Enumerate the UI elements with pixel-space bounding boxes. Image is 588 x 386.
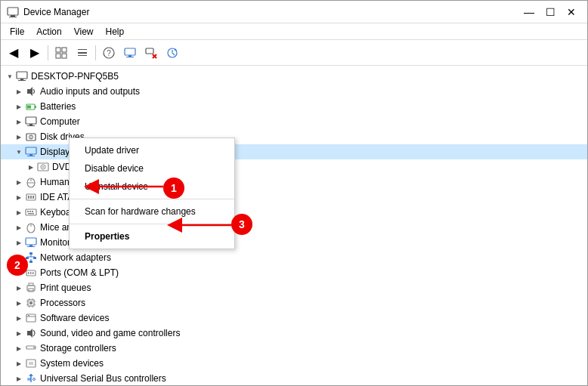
menu-view[interactable]: View	[68, 25, 100, 39]
processors-icon	[25, 297, 37, 309]
menu-action[interactable]: Action	[30, 25, 67, 39]
system-label: System devices	[40, 358, 104, 369]
app-icon	[7, 6, 19, 18]
tree-item-computer[interactable]: ▶ Computer	[1, 114, 587, 129]
tree-item-network[interactable]: ▶ Network adapters	[1, 250, 587, 265]
computer-tree-icon	[25, 116, 37, 128]
window-title: Device Manager	[23, 7, 89, 17]
title-bar-left: Device Manager	[7, 6, 89, 18]
remove-device-button[interactable]	[141, 43, 161, 63]
tree-item-ports[interactable]: ▶ Ports (COM & LPT)	[1, 265, 587, 280]
svg-rect-3	[56, 48, 60, 52]
svg-rect-9	[78, 55, 87, 56]
tree-item-audio[interactable]: ▶ Audio inputs and outputs	[1, 84, 587, 99]
software-expand-icon: ▶	[13, 312, 25, 324]
svg-rect-4	[62, 48, 67, 52]
network-icon	[25, 252, 37, 264]
svg-rect-49	[28, 213, 34, 215]
ctx-uninstall-device[interactable]: Uninstall device	[70, 178, 234, 196]
title-bar-controls: — ☐ ✕	[519, 4, 581, 20]
computer-expand-icon: ▶	[13, 116, 25, 128]
svg-marker-22	[27, 87, 32, 96]
software-label: Software devices	[40, 313, 109, 323]
network-label: Network adapters	[40, 252, 111, 263]
mice-expand-icon: ▶	[13, 221, 25, 233]
dvd-expand-icon: ▶	[25, 161, 37, 173]
tree-item-software[interactable]: ▶ Software devices	[1, 310, 587, 326]
ctx-disable-device[interactable]: Disable device	[70, 159, 234, 178]
ctx-update-driver[interactable]: Update driver	[70, 141, 234, 159]
toolbar-separator-2	[95, 45, 96, 60]
back-button[interactable]: ◀	[4, 43, 23, 63]
svg-rect-6	[62, 54, 67, 58]
monitors-expand-icon: ▶	[13, 236, 25, 249]
svg-point-91	[33, 378, 36, 381]
svg-rect-44	[32, 196, 34, 199]
svg-rect-80	[26, 314, 36, 322]
svg-text:?: ?	[107, 49, 111, 57]
svg-rect-33	[29, 154, 32, 156]
tree-item-print[interactable]: ▶ Print queues	[1, 280, 587, 295]
hid-icon	[25, 176, 37, 188]
display-icon	[25, 146, 37, 158]
computer-label: Computer	[40, 116, 80, 127]
svg-point-37	[42, 166, 44, 168]
svg-rect-2	[9, 17, 17, 17]
svg-rect-46	[27, 211, 29, 212]
storage-label: Storage controllers	[40, 343, 116, 354]
svg-rect-48	[32, 211, 33, 212]
usb-expand-icon: ▶	[13, 372, 25, 384]
help-button[interactable]: ?	[99, 43, 119, 63]
svg-rect-15	[146, 48, 153, 54]
tree-item-sound[interactable]: ▶ Sound, video and game controllers	[1, 326, 587, 341]
forward-button[interactable]: ▶	[25, 43, 45, 63]
svg-rect-1	[11, 15, 15, 17]
audio-expand-icon: ▶	[13, 85, 25, 97]
keyboard-icon	[25, 206, 37, 218]
usb-icon	[25, 372, 37, 384]
svg-rect-68	[29, 283, 33, 286]
batteries-expand-icon: ▶	[13, 100, 25, 113]
ports-expand-icon: ▶	[13, 267, 25, 279]
device-manager-icon-btn[interactable]	[120, 43, 140, 63]
tree-item-storage[interactable]: ▶ Storage controllers	[1, 341, 587, 356]
svg-rect-24	[35, 106, 36, 108]
close-button[interactable]: ✕	[562, 4, 581, 20]
batteries-icon	[25, 100, 37, 113]
svg-rect-64	[28, 272, 29, 274]
svg-rect-54	[27, 246, 35, 247]
menu-help[interactable]: Help	[100, 25, 131, 39]
tree-item-batteries[interactable]: ▶ Batteries	[1, 99, 587, 114]
hid-expand-icon: ▶	[13, 176, 25, 188]
svg-rect-65	[30, 272, 32, 274]
tree-item-usb[interactable]: ▶ Universal Serial Bus controllers	[1, 371, 587, 385]
ctx-separator-2	[70, 224, 234, 224]
ports-icon	[25, 267, 37, 279]
ctx-properties[interactable]: Properties	[70, 227, 234, 245]
menu-file[interactable]: File	[4, 25, 30, 39]
sound-icon	[25, 327, 37, 339]
display-expand-icon: ▼	[13, 146, 25, 158]
scan-button[interactable]	[162, 43, 182, 63]
maximize-button[interactable]: ☐	[540, 4, 560, 20]
tree-root[interactable]: ▼ DESKTOP-PNFQ5B5	[1, 69, 587, 84]
usb-label: Universal Serial Bus controllers	[40, 373, 166, 384]
tree-item-processors[interactable]: ▶ Processors	[1, 295, 587, 310]
sound-label: Sound, video and game controllers	[40, 328, 180, 338]
tree-item-system[interactable]: ▶ System devices	[1, 356, 587, 371]
content-area: ▼ DESKTOP-PNFQ5B5 ▶	[1, 66, 587, 385]
ctx-scan-hardware[interactable]: Scan for hardware changes	[70, 202, 234, 221]
svg-point-31	[30, 137, 32, 138]
print-icon	[25, 282, 37, 294]
svg-rect-28	[27, 125, 35, 126]
expand-button[interactable]	[51, 43, 71, 63]
root-label: DESKTOP-PNFQ5B5	[31, 71, 119, 82]
print-label: Print queues	[40, 283, 91, 293]
collapse-button[interactable]	[73, 43, 92, 63]
svg-rect-42	[28, 196, 29, 199]
minimize-button[interactable]: —	[519, 4, 539, 20]
system-expand-icon: ▶	[13, 357, 25, 369]
title-bar: Device Manager — ☐ ✕	[1, 1, 587, 23]
disk-expand-icon: ▶	[13, 131, 25, 143]
ctx-separator-1	[70, 199, 234, 199]
